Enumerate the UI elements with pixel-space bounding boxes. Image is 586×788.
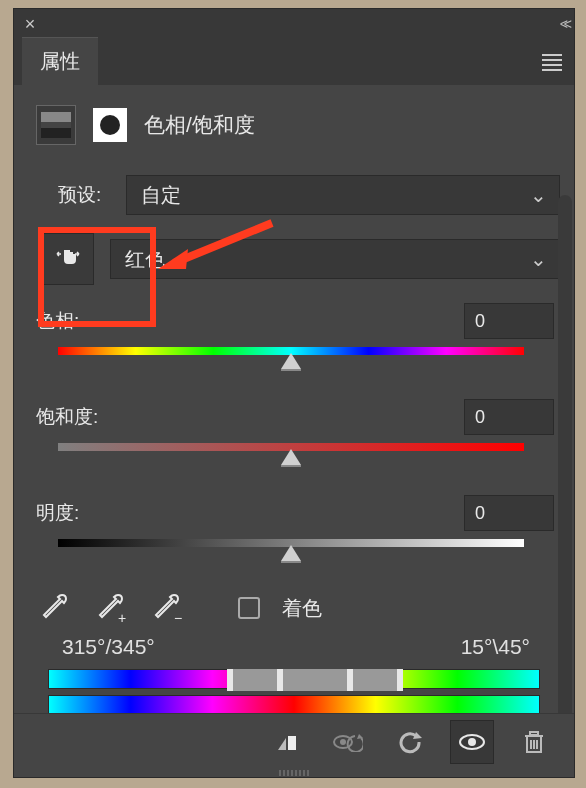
colorize-checkbox[interactable] <box>238 597 260 619</box>
range-handle[interactable] <box>397 669 403 691</box>
colorize-label: 着色 <box>282 595 322 622</box>
svg-point-7 <box>340 739 346 745</box>
lightness-slider[interactable] <box>58 539 524 565</box>
slider-thumb[interactable] <box>281 449 301 465</box>
saturation-label: 饱和度: <box>36 404 98 430</box>
lightness-label: 明度: <box>36 500 79 526</box>
slider-thumb[interactable] <box>281 353 301 369</box>
panel-menu-icon[interactable] <box>542 51 562 74</box>
eyedropper-subtract-icon[interactable]: − <box>150 591 184 625</box>
finger-icon <box>53 244 83 274</box>
color-range-control[interactable] <box>48 669 540 713</box>
range-handle[interactable] <box>277 669 283 691</box>
svg-rect-5 <box>288 736 296 750</box>
range-handle[interactable] <box>227 669 233 691</box>
angle-left: 315°/345° <box>62 635 155 659</box>
panel-footer <box>14 713 574 769</box>
panel-title: 色相/饱和度 <box>144 111 255 139</box>
hue-slider[interactable] <box>58 347 524 373</box>
clip-to-layer-button[interactable] <box>264 720 308 764</box>
preset-select[interactable]: 自定 ⌄ <box>126 175 560 215</box>
svg-point-11 <box>468 738 476 746</box>
collapse-icon[interactable]: << <box>560 16 568 32</box>
eyedropper-add-icon[interactable]: + <box>94 591 128 625</box>
view-previous-button[interactable] <box>326 720 370 764</box>
properties-panel: × << 属性 色相/饱和度 点击并吸取皮肤颜色 预设: 自定 ⌄ <box>13 8 575 778</box>
panel-titlebar: × << <box>14 9 574 39</box>
scrollbar[interactable] <box>558 195 572 713</box>
range-handle[interactable] <box>347 669 353 691</box>
close-icon[interactable]: × <box>20 14 40 35</box>
slider-thumb[interactable] <box>281 545 301 561</box>
channel-select[interactable]: 红色 ⌄ <box>110 239 560 279</box>
panel-content: 色相/饱和度 点击并吸取皮肤颜色 预设: 自定 ⌄ <box>14 85 574 713</box>
tab-properties[interactable]: 属性 <box>22 37 98 85</box>
eyedropper-icon[interactable] <box>38 591 72 625</box>
hue-input[interactable]: 0 <box>464 303 554 339</box>
svg-text:−: − <box>174 610 182 625</box>
svg-marker-4 <box>278 738 286 750</box>
svg-rect-17 <box>530 732 538 735</box>
resize-grip[interactable] <box>14 769 574 777</box>
reset-button[interactable] <box>388 720 432 764</box>
lightness-input[interactable]: 0 <box>464 495 554 531</box>
channel-value: 红色 <box>125 246 165 273</box>
svg-text:+: + <box>118 610 126 625</box>
preset-label: 预设: <box>58 182 114 208</box>
visibility-toggle-button[interactable] <box>450 720 494 764</box>
tab-bar: 属性 <box>14 39 574 85</box>
saturation-input[interactable]: 0 <box>464 399 554 435</box>
targeted-adjustment-button[interactable] <box>42 233 94 285</box>
chevron-down-icon: ⌄ <box>530 183 547 207</box>
delete-button[interactable] <box>512 720 556 764</box>
preset-value: 自定 <box>141 182 181 209</box>
chevron-down-icon: ⌄ <box>530 247 547 271</box>
mask-icon[interactable] <box>90 105 130 145</box>
hue-label: 色相: <box>36 308 79 334</box>
adjustment-type-icon <box>36 105 76 145</box>
saturation-slider[interactable] <box>58 443 524 469</box>
angle-right: 15°\45° <box>461 635 530 659</box>
